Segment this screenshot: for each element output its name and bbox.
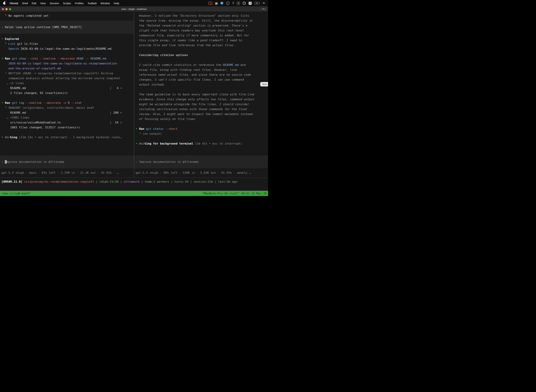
terminal-line: might be acceptable alongside the file l…: [136, 102, 267, 107]
terminal-line: [136, 58, 267, 62]
terminal-line: the "Related research writing" section i…: [136, 23, 267, 28]
close-window-button[interactable]: [2, 8, 4, 10]
right-pane[interactable]: However, I noticed the "Directory Struct…: [134, 12, 268, 177]
terminal-line: However, I noticed the "Directory Struct…: [136, 13, 267, 18]
terminal-line: [136, 48, 267, 53]
tmux-host-clock: "MacBook-Pro-44.local" 04:52 31-Mar-26: [202, 192, 267, 195]
menu-item-session[interactable]: Session: [48, 2, 61, 5]
terminal-line: └ (no output): [136, 131, 267, 136]
terminal-line: └ No agents completed yet: [1, 13, 132, 18]
ralph-loop-banner: › Ralph loop active continue [OMX_TMUX_I…: [0, 20, 134, 34]
right-prompt-input[interactable]: › Improve documentation in @filename: [134, 155, 268, 169]
screen: iTerm2ShellEditViewSessionScriptsProfile…: [0, 0, 268, 196]
terminal-line: README.md | 4 +: [1, 86, 132, 91]
apple-menu-icon[interactable]: [3, 2, 6, 5]
menu-item-iterm2[interactable]: iTerm2: [8, 2, 20, 5]
terminal-line: [136, 136, 267, 141]
terminal-line: of focusing solely on file lines.: [136, 117, 267, 121]
terminal: └ No agents completed yet › Ralph loop a…: [0, 12, 268, 196]
terminal-line: evidence. Since this change only affects…: [136, 97, 267, 102]
traffic-lights: [0, 8, 11, 10]
menu-item-profiles[interactable]: Profiles: [73, 2, 86, 5]
screen-recording-indicator[interactable]: [208, 2, 212, 5]
left-spacer: [0, 140, 134, 155]
circle-app-icon[interactable]: [243, 2, 246, 5]
tmux-status-bar: [omx-cczip0:bash* "MacBook-Pro-44.local"…: [0, 191, 268, 196]
terminal-line: [1, 51, 132, 56]
bottom-gap: [0, 186, 268, 191]
terminal-line: companion file, especially if more comme…: [136, 33, 267, 38]
terminal-line: essay file, along with finding root file…: [136, 67, 267, 72]
right-input-line[interactable]: › Improve documentation in @filename: [136, 159, 267, 164]
menu-item-view[interactable]: View: [38, 2, 48, 5]
terminal-line: [136, 87, 267, 92]
terminal-line: and-the-erosion-of-copyleft.md: [1, 66, 132, 71]
left-pane-top: └ No agents completed yet: [0, 12, 134, 18]
left-prompt-input[interactable]: › Improve documentation in @filename: [0, 155, 134, 169]
terminal-line: this single essay, it seems like a good …: [136, 38, 267, 43]
terminal-line: The team guideline is to back every impo…: [136, 92, 267, 97]
terminal-line: └ 4b9d30f (origin/main, instructkr/main,…: [1, 105, 132, 110]
terminal-line: provide file and line references from th…: [136, 43, 267, 48]
terminal-line: README.md | 280 +: [1, 110, 132, 115]
right-transcript: However, I noticed the "Directory Struct…: [134, 12, 268, 146]
terminal-line: [136, 121, 267, 126]
left-model-status-line: gpt-5.4 xhigh · main · 91% left · 2.31M …: [0, 169, 134, 177]
tmux-session-window[interactable]: [omx-cczip0:bash*: [1, 192, 30, 195]
tmux-panes: └ No agents completed yet › Ralph loop a…: [0, 12, 268, 178]
zoom-window-button[interactable]: [9, 8, 11, 10]
wifi-icon[interactable]: [262, 2, 266, 5]
terminal-line: • Ran git show --stat --oneline --decora…: [1, 56, 132, 61]
terminal-line: • Working (11m 13s • esc to interrupt) ·…: [1, 135, 132, 140]
terminal-line: • Ran git log --oneline --decorate -n 5 …: [1, 100, 132, 105]
terminal-line: 2026-03-09-is-legal-the-same-as-legitima…: [1, 61, 132, 66]
menu-bar-status-icons: ▦⠿8A61: [208, 2, 266, 5]
terminal-line: … +2 lines: [1, 81, 132, 86]
left-input-line[interactable]: › Improve documentation in @filename: [1, 159, 132, 164]
terminal-line: • Ran git status --short: [136, 126, 267, 131]
menu-item-scripts[interactable]: Scripts: [61, 2, 73, 5]
terminal-line: [1, 130, 132, 135]
terminal-line: … +1901 lines: [1, 115, 132, 120]
terminal-line: Considering citation options: [136, 53, 267, 58]
terminal-line: • Waiting for background terminal (1m 41…: [136, 141, 267, 146]
blue-app-icon[interactable]: [220, 2, 223, 5]
terminal-line: └ List git ls-files: [1, 42, 132, 46]
menu-item-help[interactable]: Help: [112, 2, 121, 5]
left-pane[interactable]: └ No agents completed yet › Ralph loop a…: [0, 12, 134, 177]
menu-item-shell[interactable]: Shell: [20, 2, 30, 5]
menu-bar-left: iTerm2ShellEditViewSessionScriptsProfile…: [2, 2, 121, 5]
right-model-status-line: gpt-5.4 xhigh · 96% left · 520K in · 5.8…: [134, 169, 268, 177]
window-title: omx --xhigh --madmax: [0, 8, 268, 10]
ralph-loop-line: › Ralph loop active continue [OMX_TMUX_I…: [1, 25, 132, 30]
terminal-line: [1, 96, 132, 100]
terminal-line: including verification notes with those …: [136, 107, 267, 112]
screen-share-button[interactable]: Scre: [260, 82, 268, 86]
left-transcript: • Explored └ List git ls-files Search 20…: [0, 34, 134, 140]
terminal-line: └ 067f154 (HEAD -> essay/ai-reimplementa…: [1, 71, 132, 76]
terminal-line: src/voice/voiceModeEnabled.ts | 54 +: [1, 120, 132, 125]
menu-item-toolbelt[interactable]: Toolbelt: [86, 2, 99, 5]
terminal-line: review. Also, I might want to inspect th…: [136, 112, 267, 117]
terminal-line: changes, I can't cite specific file line…: [136, 77, 267, 82]
menu-item-edit[interactable]: Edit: [30, 2, 38, 5]
window-shortcut-badge: ⌥⌘1: [260, 8, 268, 10]
battery-icon[interactable]: 61: [254, 2, 259, 5]
keyboard-8-icon[interactable]: 8: [237, 2, 240, 5]
dark-app-icon[interactable]: [226, 2, 230, 5]
menu-bar: iTerm2ShellEditViewSessionScriptsProfile…: [0, 0, 268, 6]
terminal-line: Search 2026-03-09-is-legal-the-same-as-l…: [1, 46, 132, 51]
minimize-window-button[interactable]: [5, 8, 8, 10]
window-title-bar[interactable]: omx --xhigh --madmax ⌥⌘1: [0, 6, 268, 12]
terminal-line: slight risk that future readers may over…: [136, 28, 267, 33]
dots-grid-icon[interactable]: ⠿: [232, 2, 234, 5]
menu-item-window[interactable]: Window: [99, 2, 112, 5]
omx-status-bar: [OMX#0.11.9] cczip/essay/ai-reimplementa…: [0, 178, 268, 186]
input-source-icon[interactable]: A: [249, 2, 252, 5]
terminal-line: 1903 files changed, 513517 insertions(+): [1, 125, 132, 130]
terminal-line: I could cite commit statistics or refere…: [136, 62, 267, 67]
terminal-line: companion analysis without altering the …: [1, 76, 132, 81]
right-spacer: [134, 146, 268, 155]
terminal-line: • Explored: [1, 37, 132, 42]
window-manager-icon[interactable]: ▦: [215, 2, 218, 5]
